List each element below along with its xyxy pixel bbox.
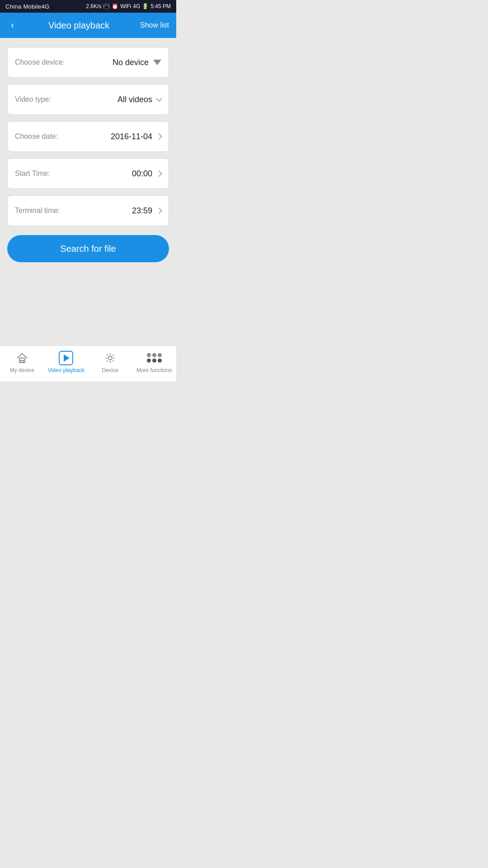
- play-icon: [59, 351, 73, 365]
- choose-device-value: No device: [113, 58, 149, 67]
- start-time-row[interactable]: Start Time: 00:00: [7, 158, 169, 189]
- dot-4: [147, 359, 151, 363]
- dot-6: [158, 359, 162, 363]
- svg-rect-1: [21, 360, 23, 363]
- start-time-value: 00:00: [132, 169, 152, 179]
- choose-device-label: Choose device:: [15, 58, 65, 66]
- main-content: Choose device: No device Video type: All…: [0, 38, 176, 271]
- more-functions-icon: [147, 351, 161, 365]
- back-button[interactable]: ‹: [7, 18, 18, 33]
- video-type-label: Video type:: [15, 95, 51, 104]
- video-type-value: All videos: [117, 95, 152, 104]
- video-type-right: All videos: [117, 95, 161, 104]
- nav-item-my-device[interactable]: My device: [0, 351, 44, 373]
- nav-item-more-functions[interactable]: More functions: [132, 351, 177, 373]
- start-time-right: 00:00: [132, 169, 161, 179]
- dot-1: [147, 353, 151, 357]
- svg-point-2: [108, 356, 112, 360]
- choose-date-chevron-icon: [157, 134, 161, 139]
- gear-icon: [103, 351, 117, 365]
- time-label: 5:45 PM: [150, 3, 171, 9]
- nav-label-video-playback: Video playback: [48, 367, 84, 373]
- alarm-icon: ⏰: [112, 3, 118, 9]
- choose-date-right: 2016-11-04: [111, 132, 161, 142]
- dot-3: [158, 353, 162, 357]
- nav-item-video-playback[interactable]: Video playback: [44, 351, 89, 373]
- wifi-icon: WiFi: [120, 3, 131, 9]
- terminal-time-label: Terminal time:: [15, 207, 60, 215]
- terminal-time-right: 23:59: [132, 206, 161, 216]
- nav-item-device[interactable]: Device: [88, 351, 132, 373]
- vibrate-icon: 📳: [103, 3, 110, 9]
- nav-label-device: Device: [102, 367, 118, 373]
- nav-label-more-functions: More functions: [136, 367, 172, 373]
- header: ‹ Video playback Show list: [0, 13, 176, 38]
- device-dropdown-icon: [153, 60, 161, 65]
- choose-device-right: No device: [113, 58, 161, 67]
- page-title: Video playback: [48, 20, 109, 31]
- choose-date-row[interactable]: Choose date: 2016-11-04: [7, 121, 169, 152]
- speed-label: 2.6K/s: [86, 3, 101, 9]
- start-time-chevron-icon: [157, 171, 161, 176]
- status-bar: China Mobile4G 2.6K/s 📳 ⏰ WiFi 4G 🔋 5:45…: [0, 0, 176, 13]
- search-file-button[interactable]: Search for file: [7, 235, 169, 262]
- start-time-label: Start Time:: [15, 170, 50, 178]
- video-type-chevron-icon: [157, 96, 161, 103]
- status-right: 2.6K/s 📳 ⏰ WiFi 4G 🔋 5:45 PM: [86, 3, 171, 9]
- dot-2: [152, 353, 156, 357]
- terminal-time-chevron-icon: [157, 208, 161, 213]
- nav-label-my-device: My device: [10, 367, 34, 373]
- show-list-button[interactable]: Show list: [140, 21, 169, 29]
- terminal-time-row[interactable]: Terminal time: 23:59: [7, 195, 169, 226]
- bottom-nav: My device Video playback Device: [0, 345, 176, 382]
- dot-5: [152, 359, 156, 363]
- terminal-time-value: 23:59: [132, 206, 152, 216]
- signal-icon: 4G: [133, 3, 140, 9]
- home-icon: [15, 351, 29, 365]
- battery-icon: 🔋: [142, 3, 149, 9]
- choose-device-row[interactable]: Choose device: No device: [7, 47, 169, 78]
- carrier-label: China Mobile4G: [5, 3, 49, 10]
- choose-date-label: Choose date:: [15, 132, 58, 141]
- video-type-row[interactable]: Video type: All videos: [7, 84, 169, 115]
- choose-date-value: 2016-11-04: [111, 132, 152, 142]
